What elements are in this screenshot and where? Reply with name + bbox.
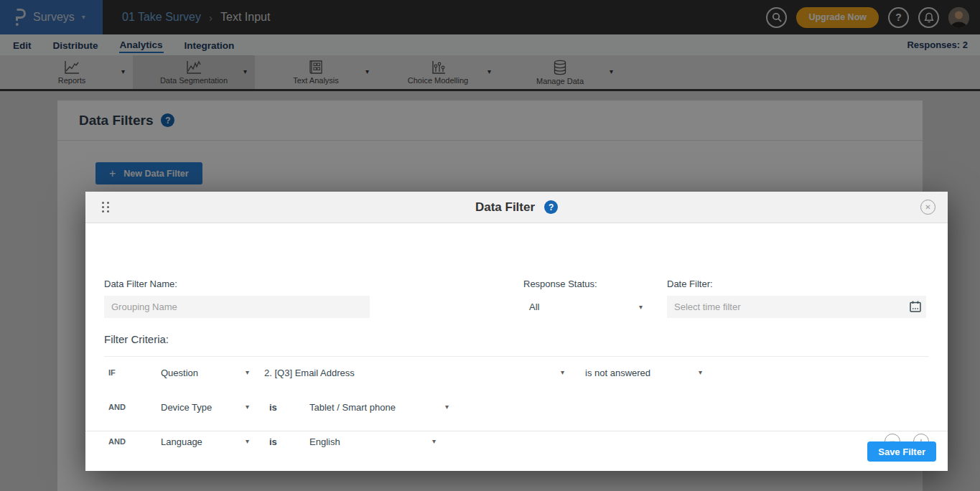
- modal-title-wrap: Data Filter ?: [475, 200, 558, 215]
- criteria-field-value: Device Type: [161, 402, 212, 413]
- drag-handle-icon[interactable]: [102, 202, 109, 212]
- modal-footer: Save Filter: [85, 431, 948, 471]
- caret-down-icon: ▾: [246, 403, 249, 411]
- response-status-value: All: [529, 301, 539, 312]
- caret-down-icon: ▾: [561, 369, 564, 376]
- caret-down-icon: ▾: [246, 369, 249, 376]
- criteria-field-value: Question: [161, 368, 198, 378]
- caret-down-icon: ▾: [639, 304, 643, 311]
- caret-down-icon: ▾: [699, 369, 702, 376]
- modal-title: Data Filter: [475, 200, 535, 215]
- response-status-select[interactable]: All ▾: [523, 296, 643, 318]
- filter-criteria-heading: Filter Criteria:: [104, 333, 169, 345]
- question-select-value: 2. [Q3] Email Address: [264, 368, 355, 378]
- caret-down-icon: ▾: [445, 403, 449, 411]
- date-filter-input[interactable]: [667, 296, 926, 318]
- date-filter-label: Date Filter:: [667, 279, 713, 289]
- device-type-select[interactable]: Tablet / Smart phone ▾: [305, 402, 449, 413]
- modal-body: Data Filter Name: Response Status: All ▾…: [85, 223, 948, 431]
- operator-label: is: [269, 402, 279, 413]
- conjunction-label: AND: [104, 403, 156, 411]
- modal-header: Data Filter ? ✕: [85, 192, 948, 223]
- condition-select-value: is not answered: [585, 368, 650, 378]
- divider: [104, 356, 929, 357]
- filter-name-input[interactable]: [104, 296, 370, 318]
- device-type-value: Tablet / Smart phone: [309, 402, 396, 413]
- data-filter-modal: Data Filter ? ✕ Data Filter Name: Respon…: [85, 192, 948, 471]
- help-icon[interactable]: ?: [544, 200, 558, 214]
- conjunction-label: IF: [104, 368, 156, 377]
- close-icon[interactable]: ✕: [920, 200, 935, 215]
- criteria-row: IF Question ▾ 2. [Q3] Email Address ▾ is…: [104, 364, 929, 381]
- filter-name-label: Data Filter Name:: [104, 279, 177, 289]
- condition-select[interactable]: is not answered ▾: [580, 368, 702, 378]
- question-select[interactable]: 2. [Q3] Email Address ▾: [259, 368, 564, 378]
- calendar-icon[interactable]: [910, 301, 921, 314]
- response-status-label: Response Status:: [523, 279, 597, 289]
- criteria-row: AND Device Type ▾ is Tablet / Smart phon…: [104, 398, 929, 416]
- save-filter-button[interactable]: Save Filter: [867, 441, 936, 462]
- criteria-field-select[interactable]: Device Type ▾: [156, 402, 249, 413]
- criteria-field-select[interactable]: Question ▾: [156, 368, 249, 378]
